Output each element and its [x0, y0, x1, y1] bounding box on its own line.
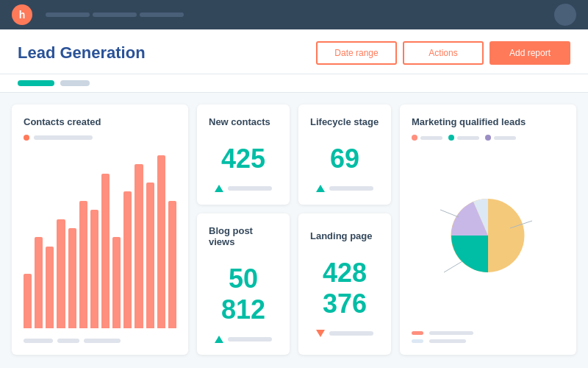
blog-views-footer — [215, 336, 272, 343]
filter-pill-active[interactable] — [18, 80, 54, 86]
lifecycle-value: 69 — [330, 144, 359, 174]
bar-chart-bar — [135, 164, 143, 328]
page-title: Lead Generation — [18, 43, 146, 63]
pie-line-3 — [440, 210, 459, 217]
lifecycle-metric-line — [329, 186, 373, 191]
chart-footer-line-3 — [84, 339, 121, 343]
bar-chart-bar — [123, 191, 132, 328]
legend-line-2 — [457, 136, 479, 140]
mql-text-line-2 — [429, 339, 466, 343]
chart-footer — [24, 339, 176, 343]
user-avatar[interactable] — [554, 4, 576, 26]
header-buttons: Date range Actions Add report — [316, 41, 570, 65]
mql-line-row-1 — [412, 331, 564, 335]
bar-chart-bar — [68, 228, 76, 328]
hubspot-logo-icon[interactable]: h — [12, 4, 32, 25]
legend-item-2 — [448, 135, 479, 141]
metric-line — [228, 186, 272, 191]
blog-metric-line — [228, 337, 272, 342]
blog-views-value: 50 812 — [209, 263, 278, 325]
blog-trend-icon — [215, 336, 223, 343]
landing-metric-line — [329, 331, 373, 336]
date-range-button[interactable]: Date range — [316, 41, 397, 65]
bar-chart-bar — [46, 247, 54, 328]
bar-chart-bar — [112, 237, 121, 328]
landing-page-value: 428 376 — [310, 258, 379, 319]
mql-text-line-1 — [429, 331, 473, 335]
contacts-subtitle-line — [34, 135, 93, 140]
trend-up-icon — [215, 185, 223, 192]
nav-item-3[interactable] — [140, 13, 184, 17]
card-mql: Marketing qualified leads — [400, 105, 576, 355]
mql-legend — [412, 135, 564, 141]
lifecycle-footer — [316, 185, 373, 192]
chart-footer-line-2 — [57, 339, 79, 343]
bar-chart-bar — [101, 174, 110, 328]
legend-dot-purple — [485, 135, 491, 141]
pie-chart-wrapper — [412, 146, 564, 324]
mql-line-row-2 — [412, 339, 564, 343]
pie-chart — [437, 191, 539, 280]
contacts-subtitle-bar — [24, 135, 176, 141]
new-contacts-footer — [215, 185, 272, 192]
nav-item-1[interactable] — [46, 13, 90, 17]
card-contacts-created: Contacts created — [12, 105, 188, 355]
legend-item-3 — [485, 135, 516, 141]
legend-item-1 — [412, 135, 442, 141]
mql-bottom-lines — [412, 331, 564, 343]
new-contacts-value: 425 — [221, 144, 265, 174]
card-lifecycle: Lifecycle stage 69 — [298, 105, 391, 205]
dashboard-grid: Contacts created New contacts 425 — [0, 93, 588, 367]
landing-page-title: Landing page — [310, 230, 373, 241]
page-header: Lead Generation Date range Actions Add r… — [0, 29, 588, 74]
pie-line-2 — [444, 261, 462, 272]
card-landing-page: Landing page 428 376 — [298, 213, 391, 355]
actions-button[interactable]: Actions — [403, 41, 484, 65]
mql-title: Marketing qualified leads — [412, 116, 564, 127]
topbar: h — [0, 0, 588, 29]
bar-chart-bar — [146, 183, 154, 328]
contacts-dot-icon — [24, 135, 29, 141]
logo-text: h — [19, 9, 26, 21]
legend-line-3 — [494, 136, 516, 140]
landing-page-footer — [316, 330, 373, 337]
main-content: Lead Generation Date range Actions Add r… — [0, 29, 588, 368]
new-contacts-title: New contacts — [209, 116, 270, 127]
mql-color-bar-1 — [412, 331, 423, 335]
contacts-bar-chart — [24, 149, 176, 331]
chart-footer-line-1 — [24, 339, 53, 343]
bar-chart-bar — [90, 210, 98, 328]
topbar-left: h — [12, 4, 184, 25]
legend-dot-red — [412, 135, 417, 141]
mql-color-bar-2 — [412, 339, 423, 343]
bar-chart-bar — [57, 219, 65, 328]
bar-chart-bar — [79, 201, 87, 328]
legend-dot-teal — [448, 135, 454, 141]
filter-bar — [0, 74, 588, 93]
bar-chart-bar — [168, 201, 176, 328]
blog-views-title: Blog post views — [209, 225, 278, 247]
add-report-button[interactable]: Add report — [490, 41, 570, 65]
bar-chart-bar — [24, 274, 32, 328]
pie-segment-2 — [451, 236, 488, 272]
landing-trend-icon — [316, 330, 325, 337]
contacts-created-title: Contacts created — [24, 116, 176, 127]
card-blog-views: Blog post views 50 812 — [197, 213, 290, 355]
bar-chart-bar — [35, 237, 43, 328]
nav-item-2[interactable] — [93, 13, 137, 17]
legend-line-1 — [420, 136, 442, 140]
card-new-contacts: New contacts 425 — [197, 105, 290, 205]
lifecycle-trend-icon — [316, 185, 325, 192]
bar-chart-bar — [157, 155, 165, 328]
lifecycle-title: Lifecycle stage — [310, 116, 379, 127]
filter-pill-inactive[interactable] — [60, 80, 90, 86]
